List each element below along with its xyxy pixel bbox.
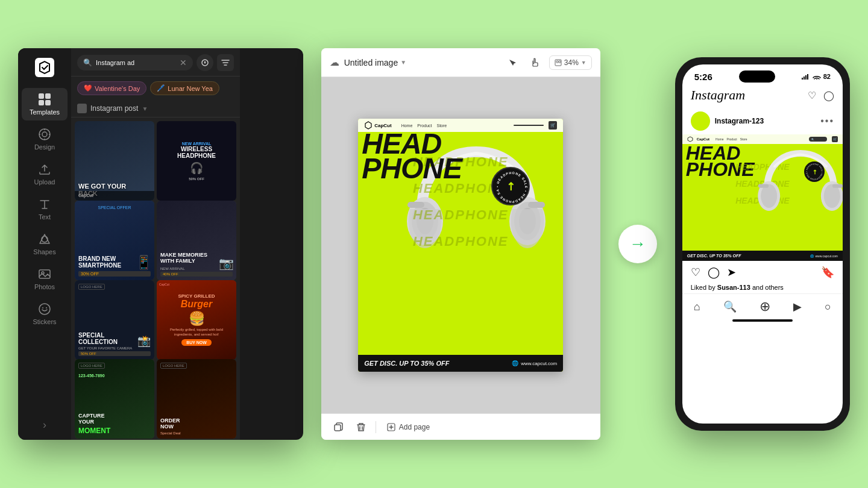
design-search [514,125,544,126]
search-input[interactable] [96,59,176,66]
search-icon: 🔍 [83,58,92,67]
post-design-mini: CapCut HomeProductStore 🔍 🛒 HEADPHONE HE… [682,134,843,261]
canvas-content: CapCut Home Product Store 🛒 HEADPHONE HE… [321,77,600,413]
svg-rect-31 [807,74,808,80]
battery-level: 82 [823,73,831,80]
mini-footer: GET DISC. UP TO 35% OFF 🌐 www.capcut.com [682,251,843,261]
sidebar-item-shapes[interactable]: Shapes [22,228,68,260]
canvas-design: CapCut Home Product Store 🛒 HEADPHONE HE… [358,119,563,372]
app-logo[interactable] [34,57,55,78]
cursor-tool-btn[interactable] [503,54,521,72]
svg-rect-38 [832,184,843,188]
design-headline: HEADPHONE [362,132,462,181]
svg-point-6 [42,132,47,137]
svg-rect-3 [39,100,44,105]
phone-nav-home[interactable]: ⌂ [694,301,700,313]
shapes-label: Shapes [33,248,55,255]
sidebar-item-stickers[interactable]: Stickers [22,298,68,330]
likes-text: Liked by [691,284,715,291]
hand-tool-btn[interactable] [526,54,544,72]
phone-status-bar: 5:26 82 [682,64,843,85]
sidebar-item-design[interactable]: Design [22,123,68,155]
upload-label: Upload [34,178,55,186]
duplicate-page-btn[interactable] [330,419,347,436]
svg-point-10 [39,304,50,314]
phone-screen: 5:26 82 [682,64,843,424]
sidebar: Templates Design Upload [18,48,71,440]
bottom-separator [376,421,376,433]
share-btn[interactable]: ➤ [727,266,736,279]
template-card-1[interactable]: WE GOT YOURBACK CapCut [75,121,154,201]
search-input-wrapper[interactable]: 🔍 ✕ [77,55,193,70]
svg-rect-29 [804,77,805,80]
post-avatar[interactable] [691,111,710,131]
tag-valentines[interactable]: ❤️ Valentine's Day [77,81,146,95]
title-dropdown-icon: ▼ [400,59,406,66]
doc-title-text: Untitled image [344,58,398,67]
phone-nav-search[interactable]: 🔍 [723,300,737,313]
search-clear-btn[interactable]: ✕ [180,58,187,67]
sidebar-item-photos[interactable]: Photos [22,263,68,295]
like-btn[interactable]: ♡ [691,266,700,279]
svg-rect-1 [39,93,44,99]
filter-btn[interactable] [217,54,234,71]
sale-badge: • HEADPHONE SALE • HEADPHONE SALE • ↗ [491,167,530,205]
category-label: Instagram post [90,104,138,113]
phone-nav-profile[interactable]: ○ [825,301,831,313]
template-card-2[interactable]: NEW ARRIVAL WIRELESSHEADPHONE 🎧 50% OFF [157,121,236,201]
svg-rect-28 [802,78,803,80]
sidebar-item-text[interactable]: Text [22,193,68,225]
post-actions-row: ♡ ◯ ➤ 🔖 [682,261,843,284]
arrow-connector: → [618,225,657,263]
tag-lunar[interactable]: 🖊️ Lunar New Yea [150,81,219,95]
sidebar-more-btn[interactable]: › [43,419,46,431]
photos-label: Photos [34,283,55,290]
template-card-4[interactable]: MAKE MEMORIESWITH FAMILY NEW ARRIVAL 40%… [157,201,236,280]
templates-label: Templates [30,108,60,116]
zoom-dropdown-icon: ▼ [581,60,587,66]
svg-rect-8 [39,270,50,278]
ai-search-btn[interactable] [197,54,213,71]
delete-page-btn[interactable] [353,419,370,436]
phone-nav-create[interactable]: ⊕ [760,299,770,314]
comment-btn[interactable]: ◯ [708,266,720,279]
design-cart: 🛒 [549,121,557,130]
template-card-5[interactable]: LOGO HERE SPECIALCOLLECTION GET YOUR FAV… [75,280,154,360]
arrow-circle: → [618,225,657,263]
main-container: Templates Design Upload [0,0,868,488]
instagram-app-header: Instagram ♡ ◯ [682,85,843,108]
stickers-label: Stickers [33,318,56,325]
mini-sale-badge: • HEADPHONE SALE • HEADPHONE SALE ↗ [804,161,825,182]
zoom-control[interactable]: 34% ▼ [549,55,592,70]
save-btn[interactable]: 🔖 [821,266,834,279]
mini-headphone-image [752,140,843,237]
template-card-3[interactable]: SPECIAL OFFER BRAND NEWSMARTPHONE 30% OF… [75,201,154,280]
svg-rect-4 [45,100,51,105]
sidebar-item-templates[interactable]: Templates [22,88,68,120]
phone-nav-reels[interactable]: ▶ [793,300,802,313]
cloud-icon: ☁ [330,57,339,68]
sidebar-item-upload[interactable]: Upload [22,158,68,190]
design-nav-links: Home Product Store [401,124,447,128]
category-row[interactable]: Instagram post ▼ [71,100,240,117]
heart-icon[interactable]: ♡ [808,90,816,101]
message-icon[interactable]: ◯ [823,90,834,101]
left-panel: 🔍 ✕ ❤️ [71,48,240,440]
text-label: Text [39,213,51,221]
doc-title[interactable]: Untitled image ▼ [344,58,406,67]
mini-website: 🌐 www.capcut.com [810,254,838,258]
instagram-title: Instagram [691,87,808,103]
post-user-row: Instagram-123 ••• [682,108,843,134]
svg-rect-2 [45,93,51,99]
add-page-btn[interactable]: Add page [382,421,435,434]
website-text: www.capcut.com [521,361,557,366]
template-card-8[interactable]: LOGO HERE ORDERNOW Special Deal [157,359,236,439]
tags-row: ❤️ Valentine's Day 🖊️ Lunar New Yea [71,77,240,100]
svg-rect-26 [335,425,341,431]
discount-text: GET DISC. UP TO 35% OFF [364,360,449,367]
post-likes: Liked by Susan-113 and others [682,284,843,293]
post-more-btn[interactable]: ••• [820,116,834,127]
templates-grid: WE GOT YOURBACK CapCut NEW ARRIVAL WIREL… [71,117,240,440]
template-card-6[interactable]: CapCut SPICY GRILLED Burger 🍔 Perfectly … [157,280,236,360]
template-card-7[interactable]: LOGO HERE 123-456-7890 CAPTUREYOUR MOMEN… [75,359,154,439]
